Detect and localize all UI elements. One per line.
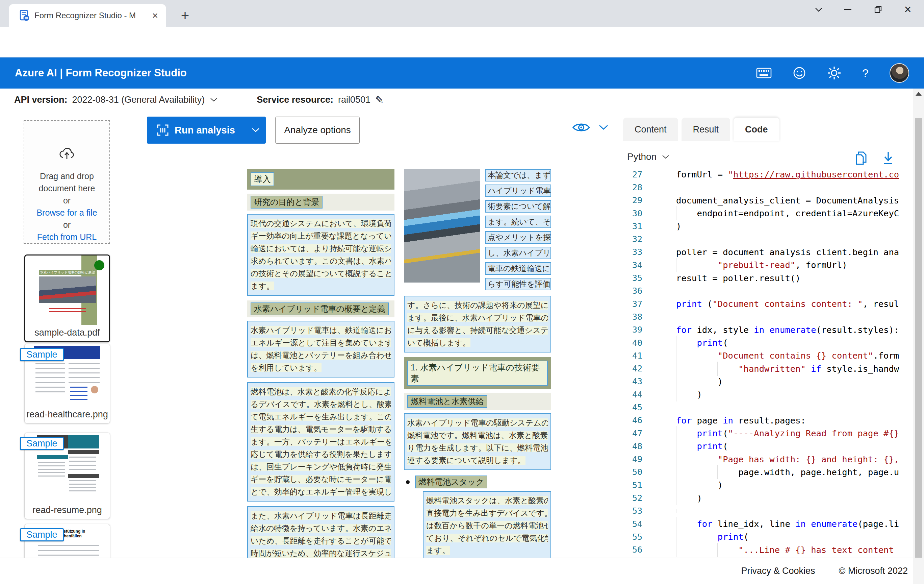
line-number: 42 xyxy=(618,364,642,374)
preview-section-bar xyxy=(68,450,99,454)
preview-text-line xyxy=(38,472,65,473)
tab-result[interactable]: Result xyxy=(681,117,731,141)
scrollbar-up-arrow[interactable] xyxy=(916,92,922,96)
help-icon[interactable]: ? xyxy=(862,66,869,80)
thumbnail-german[interactable]: IRS-Unterstützung in KatastrophenfällenS… xyxy=(24,524,110,558)
doc-subsection-header: 水素ハイブリッド電車の概要と定義 xyxy=(247,301,394,318)
doc-text-region[interactable]: ハイブリッド電車の技 xyxy=(485,185,551,197)
doc-line-text: 術要素について解説し xyxy=(488,202,551,210)
code-text: for idx, style in enumerate(result.style… xyxy=(676,325,899,335)
doc-line-text: 水素ハイブリッド電車の駆動システムの中核をなすのが xyxy=(407,419,548,427)
line-number: 53 xyxy=(618,506,642,516)
doc-text-line: また、水素ハイブリッド電車は長距離走行能力と短時間 xyxy=(251,510,391,522)
doc-subheading-text[interactable]: 水素ハイブリッド電車の概要と定義 xyxy=(251,303,389,315)
account-avatar[interactable] xyxy=(889,63,909,83)
doc-text-region[interactable]: す。さらに、技術の課題や将来の展望についても考察します。最後に、水素ハイブリッド… xyxy=(404,296,551,352)
code-editor[interactable]: 27formUrl = "https://raw.githubuserconte… xyxy=(618,168,912,558)
doc-line-text: とで、効率的なエネルギー管理を実現します。 xyxy=(251,487,391,496)
scrollbar-thumb[interactable] xyxy=(915,118,922,558)
tab-content[interactable]: Content xyxy=(623,117,678,141)
new-tab-button[interactable]: + xyxy=(176,6,195,25)
doc-text-region[interactable]: 燃料電池は、水素と酸素の化学反応により電力を発生するデバイスです。水素を燃料とし… xyxy=(247,382,394,501)
indent-guide xyxy=(676,439,676,453)
thumbnail-label: sample-data.pdf xyxy=(25,325,109,341)
run-analysis-button[interactable]: Run analysis xyxy=(147,117,266,144)
doc-bullet-item: 燃料電池スタック xyxy=(406,475,551,488)
doc-line-text: 燃料電池は、水素と酸素の化学反応により電力を発生す xyxy=(251,387,391,396)
doc-text-region[interactable]: 術要素について解説し xyxy=(485,200,551,213)
doc-text-region[interactable]: また、水素ハイブリッド電車は長距離走行能力と短時間給水の特徴を持っています。水素… xyxy=(247,506,394,558)
doc-text-line: ギー効率の向上が重要な課題となっています。特に鉄道 xyxy=(251,230,391,242)
code-line: 52 ) xyxy=(618,491,912,504)
doc-text-line: を利用しています。 xyxy=(251,362,391,374)
doc-heading-text[interactable]: 1. 水素ハイブリッド電車の技術要素 xyxy=(407,361,548,385)
indent-guide xyxy=(717,543,718,557)
keyboard-icon[interactable] xyxy=(756,68,772,78)
privacy-link[interactable]: Privacy & Cookies xyxy=(741,566,815,576)
preview-quote-block xyxy=(69,384,100,404)
preview-text-line xyxy=(69,487,96,488)
tab-close-icon[interactable]: × xyxy=(149,10,161,21)
dropzone-or1: or xyxy=(63,194,71,207)
api-version-value[interactable]: 2022-08-31 (General Availability) xyxy=(72,94,205,105)
feedback-smiley-icon[interactable] xyxy=(793,66,806,80)
doc-text-line: は、燃料電池とバッテリーを組み合わせた駆動システム xyxy=(251,349,391,362)
thumbnail-read-healthcare.png[interactable]: read-healthcare.pngSample xyxy=(24,344,110,424)
preview-text-line xyxy=(49,308,86,309)
doc-text-line: ます。最後に、水素ハイブリッド電車の技術が鉄道輸送 xyxy=(407,312,548,324)
window-minimize-button[interactable] xyxy=(837,0,858,19)
tab-code[interactable]: Code xyxy=(734,117,779,141)
doc-text-region[interactable]: ます。続いて、その利 xyxy=(485,216,551,228)
copyright-text: © Microsoft 2022 xyxy=(839,566,908,576)
window-restore-button[interactable] xyxy=(867,0,889,19)
doc-text-line: に与える影響と、持続可能な交通システムへの展望につ xyxy=(407,324,548,337)
analyze-options-label: Analyze options xyxy=(284,125,351,136)
run-dropdown-chevron-icon[interactable] xyxy=(252,128,260,132)
tab-title: Form Recognizer Studio - Micr xyxy=(35,11,136,20)
analyze-options-button[interactable]: Analyze options xyxy=(275,117,360,144)
doc-text-region[interactable]: 燃料電池スタックは、水素と酸素の反応によって直接電力を生み出すデバイスです。スタ… xyxy=(423,491,551,558)
doc-text-region[interactable]: 現代の交通システムにおいて、環境負荷の低減とエネルギー効率の向上が重要な課題とな… xyxy=(247,214,394,296)
doc-text-region[interactable]: らす可能性を評価しま xyxy=(485,278,551,290)
window-close-button[interactable]: × xyxy=(897,0,919,19)
fetch-url-link[interactable]: Fetch from URL xyxy=(37,231,97,243)
line-number: 50 xyxy=(618,467,642,477)
indent-guide xyxy=(676,387,676,402)
doc-heading-text[interactable]: 導入 xyxy=(251,172,274,186)
doc-line-text: ギーを貯蔵し、必要な時にモーターに電力を供給するこ xyxy=(251,475,391,484)
copy-code-icon[interactable] xyxy=(855,151,868,165)
document-left-column: 導入研究の目的と背景現代の交通システムにおいて、環境負荷の低減とエネルギー効率の… xyxy=(247,169,394,558)
browser-tab[interactable]: Form Recognizer Studio - Micr × xyxy=(9,4,166,27)
doc-text-region[interactable]: 水素ハイブリッド電車の駆動システムの中核をなすのが燃料電池です。燃料電池は、水素… xyxy=(404,413,551,470)
train-photo xyxy=(404,169,480,283)
language-selector[interactable]: Python xyxy=(627,151,669,162)
code-line: 55 print( xyxy=(618,530,912,543)
preview-text-line xyxy=(38,465,65,467)
file-dropzone[interactable]: Drag and drop document here or Browse fo… xyxy=(24,120,110,244)
indent-guide xyxy=(676,348,676,362)
code-line: 31) xyxy=(618,220,912,233)
code-text: "Page has width: {} and height: {}, xyxy=(676,454,899,464)
window-menu-chevron-icon[interactable] xyxy=(808,0,830,19)
page-scrollbar[interactable] xyxy=(913,89,924,584)
settings-gear-icon[interactable] xyxy=(827,66,841,80)
doc-text-region[interactable]: 水素ハイブリッド電車は、鉄道輸送における持続可能なエネルギー源として注目を集めて… xyxy=(247,321,394,377)
doc-bullet-label[interactable]: 燃料電池スタック xyxy=(415,475,487,488)
visibility-chevron-icon[interactable] xyxy=(599,125,608,130)
api-version-chevron-icon[interactable] xyxy=(210,98,218,102)
download-code-icon[interactable] xyxy=(882,151,894,165)
thumbnail-read-resume.png[interactable]: read-resume.pngSample xyxy=(24,433,110,519)
doc-text-region[interactable]: 電車の鉄道輸送にもた xyxy=(485,262,551,275)
doc-text-region[interactable]: 点やメリットを探求 xyxy=(485,231,551,244)
doc-text-region[interactable]: 本論文では、まず水素 xyxy=(485,169,551,182)
doc-subheading-text[interactable]: 研究の目的と背景 xyxy=(251,196,323,208)
visibility-eye-icon[interactable] xyxy=(573,122,590,133)
edit-resource-icon[interactable]: ✎ xyxy=(375,94,384,106)
code-text: ) xyxy=(676,389,702,399)
doc-text-region[interactable]: し、水素ハイブリッド xyxy=(485,247,551,259)
preview-text-line xyxy=(70,399,87,400)
thumbnail-sample-data.pdf[interactable]: 水素ハイブリッド電車の技術と展望sample-data.pdf xyxy=(24,255,110,342)
browse-file-link[interactable]: Browse for a file xyxy=(36,207,97,218)
code-text: print( xyxy=(676,532,749,542)
doc-subheading-text[interactable]: 燃料電池と水素供給 xyxy=(407,395,487,408)
